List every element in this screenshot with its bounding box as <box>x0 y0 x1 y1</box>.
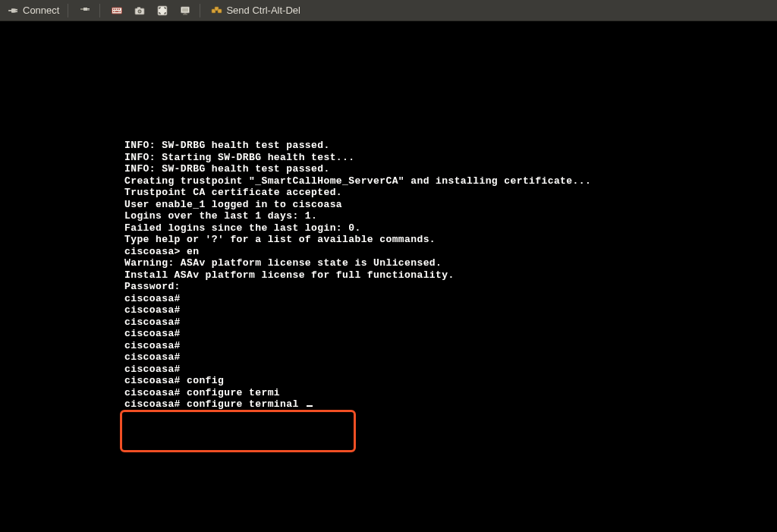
console-line: Creating trustpoint "_SmartCallHome_Serv… <box>124 175 777 187</box>
monitor-icon <box>179 5 191 17</box>
svg-rect-17 <box>137 7 140 8</box>
console-line: Password: <box>124 281 777 293</box>
fit-button[interactable] <box>152 3 173 18</box>
usb-icon <box>79 5 91 17</box>
console-line: ciscoasa# <box>124 293 777 305</box>
console-line: Failed logins since the last login: 0. <box>124 222 777 235</box>
keyboard-icon <box>111 5 123 17</box>
toolbar-separator <box>99 4 100 17</box>
console-line: ciscoasa# <box>124 340 777 352</box>
svg-rect-8 <box>112 8 122 14</box>
toolbar-separator <box>200 4 200 17</box>
svg-rect-4 <box>83 8 87 11</box>
connect-button[interactable]: Connect <box>3 3 64 18</box>
terminal-console[interactable]: INFO: SW-DRBG health test passed.INFO: S… <box>0 21 777 411</box>
usb-button[interactable] <box>74 3 96 18</box>
highlight-annotation <box>120 410 356 452</box>
console-line: Logins over the last 1 days: 1. <box>124 210 777 222</box>
svg-point-19 <box>139 10 141 12</box>
console-line: Warning: ASAv platform license state is … <box>124 257 777 269</box>
svg-rect-15 <box>120 11 121 12</box>
fit-guest-icon <box>156 5 168 17</box>
svg-rect-9 <box>113 8 115 10</box>
keys-icon <box>211 5 223 17</box>
svg-rect-22 <box>182 8 188 11</box>
display-button[interactable] <box>175 3 196 18</box>
connect-label: Connect <box>23 5 59 16</box>
svg-rect-5 <box>80 8 83 10</box>
console-line: ciscoasa# config <box>124 375 777 387</box>
svg-rect-10 <box>115 8 117 10</box>
console-line: INFO: Starting SW-DRBG health test... <box>124 152 777 164</box>
console-line: ciscoasa# <box>124 304 777 316</box>
console-line: ciscoasa# <box>124 316 777 329</box>
toolbar: Connect <box>0 0 777 21</box>
toolbar-separator <box>68 4 68 17</box>
keyboard-button[interactable] <box>106 3 127 18</box>
console-line: Trustpoint CA certificate accepted. <box>124 187 777 199</box>
terminal-cursor <box>307 405 313 407</box>
svg-rect-27 <box>218 9 222 13</box>
console-line: ciscoasa# configure terminal <box>124 398 777 411</box>
svg-rect-0 <box>11 8 14 12</box>
plug-icon <box>8 5 20 17</box>
console-line: ciscoasa> en <box>124 246 777 258</box>
console-line: Type help or '?' for a list of available… <box>124 234 777 246</box>
console-line: INFO: SW-DRBG health test passed. <box>124 163 777 175</box>
svg-rect-13 <box>113 11 115 12</box>
console-line: ciscoasa# <box>124 351 777 364</box>
console-line: INFO: SW-DRBG health test passed. <box>124 140 777 152</box>
svg-rect-23 <box>184 13 187 14</box>
console-line: User enable_1 logged in to ciscoasa <box>124 199 777 211</box>
svg-rect-11 <box>117 8 118 10</box>
camera-icon <box>134 5 146 17</box>
send-cad-label: Send Ctrl-Alt-Del <box>226 5 300 16</box>
svg-rect-24 <box>183 14 187 14</box>
console-line: ciscoasa# configure termi <box>124 387 777 399</box>
send-cad-button[interactable]: Send Ctrl-Alt-Del <box>206 3 305 18</box>
console-line: ciscoasa# <box>124 364 777 376</box>
svg-rect-14 <box>115 11 119 12</box>
console-line: ciscoasa# <box>124 328 777 340</box>
screenshot-button[interactable] <box>129 3 150 18</box>
svg-rect-12 <box>119 8 121 10</box>
console-line: Install ASAv platform license for full f… <box>124 269 777 282</box>
